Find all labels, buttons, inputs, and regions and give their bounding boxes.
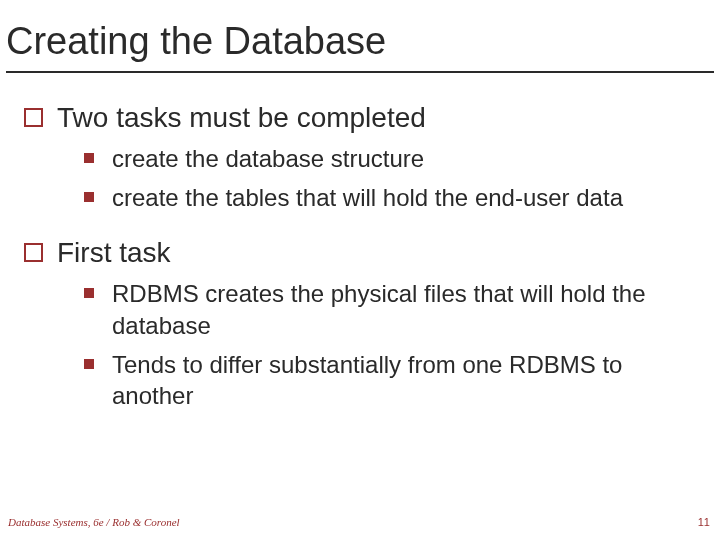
slide-body: Two tasks must be completed create the d… — [24, 100, 696, 433]
list-item: First task — [24, 235, 696, 270]
list-subitem-text: Tends to differ substantially from one R… — [112, 349, 696, 411]
list-item-text: Two tasks must be completed — [57, 100, 426, 135]
slide: Creating the Database Two tasks must be … — [0, 0, 720, 540]
list-subitem-text: create the tables that will hold the end… — [112, 182, 623, 213]
footer-source: Database Systems, 6e / Rob & Coronel — [8, 516, 180, 528]
list-item-text: First task — [57, 235, 171, 270]
bullet-group: Two tasks must be completed create the d… — [24, 100, 696, 213]
square-filled-icon — [84, 192, 94, 202]
square-filled-icon — [84, 153, 94, 163]
list-subitem: RDBMS creates the physical files that wi… — [84, 278, 696, 340]
square-filled-icon — [84, 288, 94, 298]
list-item: Two tasks must be completed — [24, 100, 696, 135]
slide-title: Creating the Database — [6, 20, 714, 73]
bullet-group: First task RDBMS creates the physical fi… — [24, 235, 696, 411]
list-subitem: create the database structure — [84, 143, 696, 174]
list-subitem-text: RDBMS creates the physical files that wi… — [112, 278, 696, 340]
page-number: 11 — [698, 516, 710, 528]
list-subitem: Tends to differ substantially from one R… — [84, 349, 696, 411]
list-subitem-text: create the database structure — [112, 143, 424, 174]
square-filled-icon — [84, 359, 94, 369]
square-outline-icon — [24, 108, 43, 127]
list-subitem: create the tables that will hold the end… — [84, 182, 696, 213]
square-outline-icon — [24, 243, 43, 262]
